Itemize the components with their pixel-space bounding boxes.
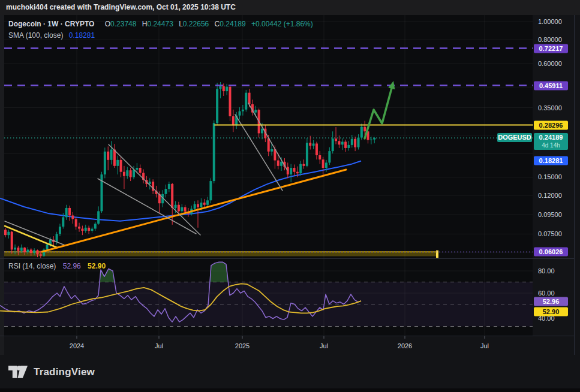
sma-legend: SMA (100, close) 0.18281 [8,31,95,40]
axis-badge-0.72217: 0.72217 [534,44,568,53]
rsi-ma-value: 52.90 [88,262,106,270]
bottom-strip [0,388,580,392]
axis-label-60.00: 60.00 [538,290,555,297]
low-label: L [179,20,183,28]
tradingview-logo-icon [8,366,28,379]
time-label-Jul: Jul [320,342,328,349]
axis-label-0.15000: 0.15000 [538,173,562,180]
axis-label-0.09500: 0.09500 [538,211,562,218]
open-value: 0.23748 [110,20,136,28]
chart-canvas[interactable] [0,0,580,392]
axis-badge-0.45911: 0.45911 [534,81,568,90]
axis-label-0.35000: 0.35000 [538,104,562,111]
tradingview-logo-text: TradingView [34,366,95,378]
time-label-2025: 2025 [235,342,250,349]
sma-label[interactable]: SMA (100, close) [8,31,63,40]
rsi-legend: RSI (14, close) 52.96 52.90 [8,262,106,270]
attribution-text: muchoki404 created with TradingView.com,… [6,3,236,11]
axis-badge-52.90: 52.90 [534,307,568,316]
rsi-label[interactable]: RSI (14, close) [8,262,56,270]
axis-badge-0.28296: 0.28296 [534,120,568,129]
bar-countdown: 4d 14h [534,142,568,149]
time-label-Jul: Jul [480,342,489,349]
close-value: 0.24189 [220,20,245,28]
sma-value: 0.18281 [69,31,95,40]
last-price-value: 0.24189 [534,133,568,142]
rsi-value: 52.96 [63,262,81,270]
tradingview-snapshot: muchoki404 created with TradingView.com,… [0,0,580,392]
last-price-badge: 0.24189 4d 14h [534,133,568,150]
open-label: O [105,20,110,28]
axis-label-0.80000: 0.80000 [538,36,562,43]
symbol-price-label-text: DOGEUSD [498,134,531,141]
close-label: C [215,20,220,28]
low-value: 0.22656 [183,20,209,28]
tradingview-logo[interactable]: TradingView [8,366,95,379]
high-value: 0.24473 [147,20,173,28]
axis-badge-52.96: 52.96 [534,297,568,306]
axis-badge-0.18281: 0.18281 [534,156,568,165]
change-value: +0.00442 (+1.86%) [251,20,313,28]
axis-badge-0.06026: 0.06026 [534,248,568,257]
symbol-title[interactable]: Dogecoin · 1W · CRYPTO [8,20,94,28]
time-label-2024: 2024 [70,342,84,349]
main-legend: Dogecoin · 1W · CRYPTO O0.23748 H0.24473… [8,20,313,28]
symbol-price-label: DOGEUSD [497,133,532,142]
time-label-2026: 2026 [398,342,412,349]
time-label-Jul: Jul [155,342,163,349]
axis-label-1.00000: 1.00000 [538,18,562,25]
axis-label-80.00: 80.00 [538,267,555,275]
axis-label-0.60000: 0.60000 [538,60,562,67]
axis-label-0.07500: 0.07500 [538,230,562,237]
attribution-bar: muchoki404 created with TradingView.com,… [0,0,580,15]
axis-label-0.12000: 0.12000 [538,192,562,199]
